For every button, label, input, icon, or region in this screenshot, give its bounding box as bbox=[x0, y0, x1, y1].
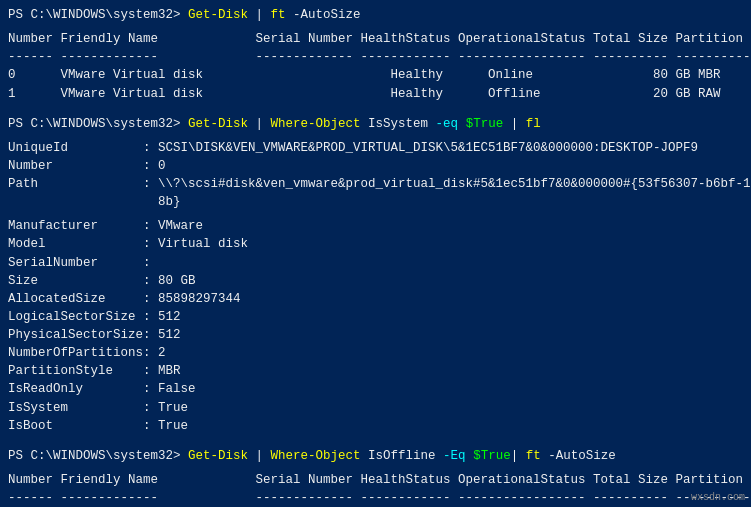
cmd-get-disk-1: Get-Disk bbox=[188, 8, 248, 22]
param-autosize-1: -AutoSize bbox=[286, 8, 361, 22]
detail-number: Number : 0 bbox=[8, 157, 743, 175]
detail-isreadonly: IsReadOnly : False bbox=[8, 380, 743, 398]
detail-allocatedsize: AllocatedSize : 85898297344 bbox=[8, 290, 743, 308]
cmd-fl: fl bbox=[526, 117, 541, 131]
param-issystem: IsSystem bbox=[361, 117, 436, 131]
detail-partitionstyle: PartitionStyle : MBR bbox=[8, 362, 743, 380]
cmd-ft-1: ft bbox=[271, 8, 286, 22]
detail-size: Size : 80 GB bbox=[8, 272, 743, 290]
table-header-1: Number Friendly Name Serial Number Healt… bbox=[8, 30, 743, 48]
detail-physicalsector: PhysicalSectorSize: 512 bbox=[8, 326, 743, 344]
pipe-1: | bbox=[248, 8, 271, 22]
prompt-2: PS C:\WINDOWS\system32> bbox=[8, 117, 188, 131]
pipe-2: | bbox=[248, 117, 271, 131]
table-separator-1: ------ ------------- ------------- -----… bbox=[8, 48, 743, 66]
command-line-3: PS C:\WINDOWS\system32> Get-Disk | Where… bbox=[8, 447, 743, 465]
table-row-1: 1 VMware Virtual disk Healthy Offline 20… bbox=[8, 85, 743, 103]
detail-serialnumber: SerialNumber : bbox=[8, 254, 743, 272]
detail-logicalsector: LogicalSectorSize : 512 bbox=[8, 308, 743, 326]
pipe-5: | bbox=[511, 449, 526, 463]
detail-path: Path : \\?\scsi#disk&ven_vmware&prod_vir… bbox=[8, 175, 743, 193]
detail-model: Model : Virtual disk bbox=[8, 235, 743, 253]
detail-uniqueid: UniqueId : SCSI\DISK&VEN_VMWARE&PROD_VIR… bbox=[8, 139, 743, 157]
param-autosize-2: -AutoSize bbox=[541, 449, 616, 463]
cmd-get-disk-2: Get-Disk bbox=[188, 117, 248, 131]
space-3 bbox=[466, 449, 474, 463]
watermark: wxsdn.com bbox=[691, 492, 745, 503]
space-2 bbox=[458, 117, 466, 131]
table-header-2: Number Friendly Name Serial Number Healt… bbox=[8, 471, 743, 489]
prompt-1: PS C:\WINDOWS\system32> bbox=[8, 8, 188, 22]
detail-numpartitions: NumberOfPartitions: 2 bbox=[8, 344, 743, 362]
command-line-2: PS C:\WINDOWS\system32> Get-Disk | Where… bbox=[8, 115, 743, 133]
detail-manufacturer: Manufacturer : VMware bbox=[8, 217, 743, 235]
detail-issystem: IsSystem : True bbox=[8, 399, 743, 417]
detail-path-cont: 8b} bbox=[8, 193, 743, 211]
detail-isboot: IsBoot : True bbox=[8, 417, 743, 435]
param-true-2: $True bbox=[466, 117, 504, 131]
pipe-3: | bbox=[503, 117, 526, 131]
terminal-window: PS C:\WINDOWS\system32> Get-Disk | ft -A… bbox=[8, 6, 743, 507]
pipe-4: | bbox=[248, 449, 271, 463]
table-row-0: 0 VMware Virtual disk Healthy Online 80 … bbox=[8, 66, 743, 84]
param-eq-3: -Eq bbox=[443, 449, 466, 463]
param-eq-2: -eq bbox=[436, 117, 459, 131]
cmd-where-3: Where-Object bbox=[271, 449, 361, 463]
param-true-3: $True bbox=[473, 449, 511, 463]
table-separator-2: ------ ------------- ------------- -----… bbox=[8, 489, 743, 507]
prompt-3: PS C:\WINDOWS\system32> bbox=[8, 449, 188, 463]
command-line-1: PS C:\WINDOWS\system32> Get-Disk | ft -A… bbox=[8, 6, 743, 24]
param-isoffline: IsOffline bbox=[361, 449, 444, 463]
cmd-ft-2: ft bbox=[526, 449, 541, 463]
cmd-get-disk-3: Get-Disk bbox=[188, 449, 248, 463]
cmd-where-2: Where-Object bbox=[271, 117, 361, 131]
